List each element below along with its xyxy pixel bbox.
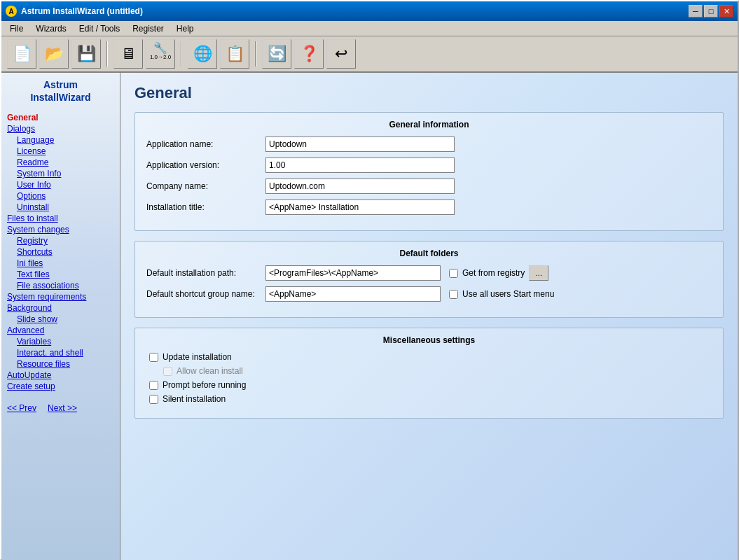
close-button[interactable]: ✕ (719, 5, 733, 18)
file-icon: 📋 (226, 46, 244, 62)
menu-edit-tools[interactable]: Edit / Tools (74, 22, 125, 35)
computer-button[interactable]: 🖥 (113, 39, 143, 69)
allow-clean-install-checkbox[interactable] (163, 367, 172, 376)
update-installation-label: Update installation (163, 352, 232, 362)
silent-installation-checkbox[interactable] (149, 395, 158, 404)
refresh-icon: 🔄 (268, 46, 286, 62)
menu-register[interactable]: Register (127, 22, 170, 35)
sidebar-item-system-changes[interactable]: System changes (4, 224, 117, 235)
misc-settings-section: Miscellaneous settings Update installati… (134, 328, 724, 419)
allow-clean-install-label: Allow clean install (177, 366, 243, 376)
get-from-registry-checkbox[interactable] (449, 269, 458, 278)
get-from-registry-label: Get from registry (462, 268, 525, 278)
app-version-row: Application version: (146, 158, 712, 173)
sidebar: AstrumInstallWizard General Dialogs Lang… (1, 73, 120, 560)
help-button[interactable]: ❓ (294, 39, 324, 69)
globe-button[interactable]: 🌐 (188, 39, 217, 69)
menu-wizards[interactable]: Wizards (30, 22, 71, 35)
menu-help[interactable]: Help (171, 22, 200, 35)
browse-registry-button[interactable]: ... (529, 265, 548, 281)
update-installation-checkbox[interactable] (149, 353, 158, 362)
new-icon: 📄 (13, 46, 32, 62)
globe-icon: 🌐 (193, 46, 212, 62)
update-installation-row: Update installation (146, 352, 712, 362)
sidebar-item-language[interactable]: Language (4, 134, 117, 146)
general-info-title: General information (146, 120, 712, 130)
toolbar-sep-1 (106, 41, 108, 66)
menu-bar: File Wizards Edit / Tools Register Help (1, 21, 738, 36)
sidebar-item-system-requirements[interactable]: System requirements (4, 291, 117, 302)
sidebar-item-background[interactable]: Background (4, 302, 117, 314)
silent-installation-label: Silent installation (163, 394, 226, 404)
window-title: Astrum InstallWizard (untitled) (21, 6, 143, 16)
prev-link[interactable]: << Prev (7, 403, 36, 413)
sidebar-item-shortcuts[interactable]: Shortcuts (4, 246, 117, 258)
default-shortcut-label: Default shortcut group name: (146, 289, 265, 299)
maximize-button[interactable]: □ (704, 5, 718, 18)
title-bar-left: A Astrum InstallWizard (untitled) (6, 6, 143, 17)
page-title: General (134, 84, 724, 102)
toolbar: 📄 📂 💾 🖥 🔧1.0→2.0 🌐 📋 🔄 ❓ ↩ (1, 36, 738, 73)
open-icon: 📂 (45, 46, 64, 62)
sidebar-item-user-info[interactable]: User Info (4, 179, 117, 190)
arrow-icon: ↩ (335, 46, 347, 62)
sidebar-item-variables[interactable]: Variables (4, 336, 117, 347)
help-icon: ❓ (300, 46, 319, 62)
sidebar-item-license[interactable]: License (4, 146, 117, 157)
sidebar-item-text-files[interactable]: Text files (4, 269, 117, 280)
default-install-path-row: Default installation path: Get from regi… (146, 265, 712, 281)
wand-button[interactable]: 🔧1.0→2.0 (146, 39, 175, 69)
content-area: General General information Application … (120, 73, 738, 560)
sidebar-item-ini-files[interactable]: Ini files (4, 258, 117, 269)
install-title-input[interactable] (265, 200, 455, 215)
refresh-button[interactable]: 🔄 (262, 39, 291, 69)
sidebar-item-system-info[interactable]: System Info (4, 168, 117, 179)
new-button[interactable]: 📄 (7, 39, 36, 69)
sidebar-item-advanced[interactable]: Advanced (4, 325, 117, 336)
sidebar-item-readme[interactable]: Readme (4, 157, 117, 168)
sidebar-item-slide-show[interactable]: Slide show (4, 314, 117, 325)
default-install-path-input[interactable] (265, 265, 441, 281)
sidebar-item-general[interactable]: General (4, 112, 117, 123)
all-users-checkbox[interactable] (449, 290, 458, 299)
title-bar-controls: ─ □ ✕ (689, 5, 733, 18)
app-version-label: Application version: (146, 160, 265, 170)
install-title-label: Installation title: (146, 202, 265, 212)
sidebar-item-interact-shell[interactable]: Interact. and shell (4, 347, 117, 358)
menu-file[interactable]: File (4, 22, 29, 35)
sidebar-item-files-to-install[interactable]: Files to install (4, 213, 117, 224)
prompt-before-running-label: Prompt before running (163, 380, 246, 390)
sidebar-item-registry[interactable]: Registry (4, 235, 117, 246)
sidebar-item-autoupdate[interactable]: AutoUpdate (4, 370, 117, 381)
default-folders-section: Default folders Default installation pat… (134, 241, 724, 318)
default-shortcut-row: Default shortcut group name: Use all use… (146, 286, 712, 302)
file-button[interactable]: 📋 (220, 39, 249, 69)
toolbar-sep-2 (181, 41, 182, 66)
open-button[interactable]: 📂 (39, 39, 69, 69)
computer-icon: 🖥 (120, 46, 136, 62)
sidebar-app-title: AstrumInstallWizard (4, 78, 117, 104)
company-name-row: Company name: (146, 178, 712, 194)
wand-icon: 🔧1.0→2.0 (146, 43, 174, 65)
all-users-label: Use all users Start menu (462, 289, 554, 299)
prompt-before-running-checkbox[interactable] (149, 381, 158, 390)
sidebar-item-file-associations[interactable]: File associations (4, 280, 117, 291)
sidebar-item-create-setup[interactable]: Create setup (4, 381, 117, 392)
next-link[interactable]: Next >> (48, 403, 77, 413)
default-install-path-label: Default installation path: (146, 268, 265, 278)
save-icon: 💾 (77, 46, 96, 62)
minimize-button[interactable]: ─ (689, 5, 703, 18)
app-version-input[interactable] (265, 158, 455, 173)
default-shortcut-input[interactable] (265, 286, 441, 302)
arrow-button[interactable]: ↩ (326, 39, 356, 69)
company-name-input[interactable] (265, 178, 455, 194)
sidebar-item-uninstall[interactable]: Uninstall (4, 202, 117, 213)
misc-settings-title: Miscellaneous settings (146, 335, 712, 345)
app-name-input[interactable] (265, 136, 455, 152)
main-container: AstrumInstallWizard General Dialogs Lang… (1, 73, 738, 560)
allow-clean-install-row: Allow clean install (146, 366, 712, 376)
sidebar-item-options[interactable]: Options (4, 190, 117, 202)
save-button[interactable]: 💾 (71, 39, 101, 69)
sidebar-item-dialogs[interactable]: Dialogs (4, 123, 117, 134)
sidebar-item-resource-files[interactable]: Resource files (4, 358, 117, 370)
